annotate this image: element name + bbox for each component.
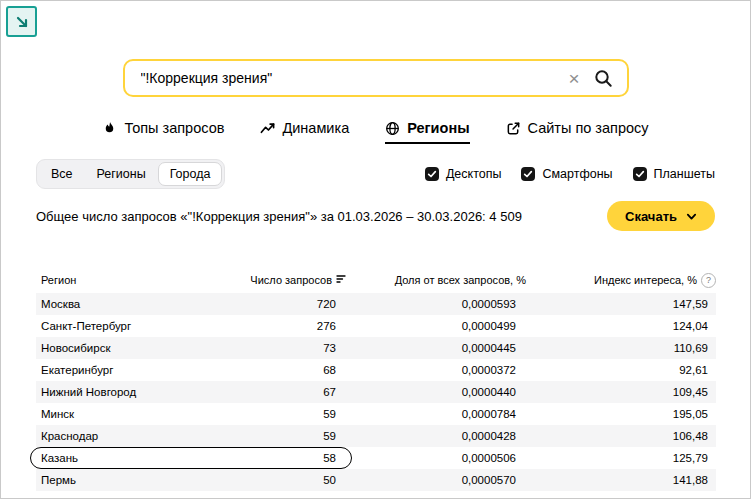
trend-up-icon: [260, 121, 275, 136]
table-row: Москва 720 0,0000593 147,59: [36, 293, 716, 315]
share-cell: 0,0000372: [346, 364, 526, 376]
search-input[interactable]: [139, 69, 569, 87]
header-index: Индекс интереса, %: [594, 274, 697, 286]
total-queries-summary: Общее число запросов «"!Коррекция зрения…: [36, 201, 522, 224]
checkbox-checked-icon: [425, 167, 439, 181]
tab-label: Динамика: [282, 120, 349, 136]
share-cell: 0,0000570: [346, 474, 526, 486]
download-button[interactable]: Скачать: [607, 201, 715, 231]
region-cell: Санкт-Петербург: [36, 320, 216, 332]
regions-table: Регион Число запросов Доля от всех запро…: [36, 269, 716, 491]
scope-option-cities[interactable]: Города: [158, 162, 223, 186]
index-cell: 141,88: [526, 474, 716, 486]
device-filters: Десктопы Смартфоны Планшеты: [425, 167, 715, 181]
table-row: Екатеринбург 68 0,0000372 92,61: [36, 359, 716, 381]
download-label: Скачать: [625, 209, 677, 224]
table-row: Краснодар 59 0,0000428 106,48: [36, 425, 716, 447]
count-cell: 67: [216, 386, 346, 398]
index-cell: 125,79: [526, 452, 716, 464]
filter-tablets[interactable]: Планшеты: [633, 167, 715, 181]
search-icon[interactable]: [594, 69, 613, 88]
table-row: Санкт-Петербург 276 0,0000499 124,04: [36, 315, 716, 337]
index-cell: 147,59: [526, 298, 716, 310]
tab-regions[interactable]: Регионы: [385, 120, 469, 144]
header-share: Доля от всех запросов, %: [395, 274, 526, 286]
index-cell: 124,04: [526, 320, 716, 332]
filter-label: Планшеты: [654, 167, 715, 181]
region-cell: Новосибирск: [36, 342, 216, 354]
count-cell: 59: [216, 430, 346, 442]
help-icon[interactable]: ?: [701, 273, 716, 288]
index-cell: 195,05: [526, 408, 716, 420]
count-cell: 59: [216, 408, 346, 420]
table-header-row: Регион Число запросов Доля от всех запро…: [36, 269, 716, 291]
table-row: Нижний Новгород 67 0,0000440 109,45: [36, 381, 716, 403]
count-cell: 68: [216, 364, 346, 376]
sort-icon[interactable]: [336, 274, 346, 286]
checkbox-checked-icon: [633, 167, 647, 181]
scope-option-all[interactable]: Все: [39, 162, 85, 186]
region-cell: Екатеринбург: [36, 364, 216, 376]
search-input-container: ×: [123, 59, 629, 97]
share-cell: 0,0000784: [346, 408, 526, 420]
count-cell: 73: [216, 342, 346, 354]
header-region: Регион: [36, 274, 216, 286]
share-cell: 0,0000428: [346, 430, 526, 442]
tabs-bar: Топы запросов Динамика Регионы Сайты по …: [1, 120, 750, 144]
filter-desktops[interactable]: Десктопы: [425, 167, 502, 181]
header-count: Число запросов: [250, 274, 332, 286]
globe-icon: [385, 121, 400, 136]
share-cell: 0,0000440: [346, 386, 526, 398]
flame-icon: [102, 121, 117, 136]
region-cell: Краснодар: [36, 430, 216, 442]
external-link-icon: [506, 121, 521, 136]
count-cell: 58: [216, 452, 346, 464]
tab-top-queries[interactable]: Топы запросов: [102, 120, 224, 144]
table-row: Минск 59 0,0000784 195,05: [36, 403, 716, 425]
tab-label: Сайты по запросу: [528, 120, 649, 136]
region-cell: Москва: [36, 298, 216, 310]
tab-label: Регионы: [407, 120, 469, 136]
filter-label: Десктопы: [446, 167, 502, 181]
wordstat-regions-page: × Топы запросов Динамика Регионы: [0, 0, 751, 499]
share-cell: 0,0000593: [346, 298, 526, 310]
tab-dynamics[interactable]: Динамика: [260, 120, 349, 144]
corner-arrow-icon: [6, 6, 37, 37]
index-cell: 92,61: [526, 364, 716, 376]
count-cell: 720: [216, 298, 346, 310]
index-cell: 109,45: [526, 386, 716, 398]
count-cell: 50: [216, 474, 346, 486]
checkbox-checked-icon: [521, 167, 535, 181]
filter-row: Все Регионы Города Десктопы Смартфоны: [36, 159, 715, 189]
scope-switcher: Все Регионы Города: [36, 159, 225, 189]
count-cell: 276: [216, 320, 346, 332]
share-cell: 0,0000499: [346, 320, 526, 332]
region-cell: Нижний Новгород: [36, 386, 216, 398]
tab-sites-by-query[interactable]: Сайты по запросу: [506, 120, 649, 144]
region-cell: Казань: [36, 452, 216, 464]
search-row: ×: [1, 59, 750, 97]
table-row-highlighted: Казань 58 0,0000506 125,79: [36, 447, 716, 469]
region-cell: Минск: [36, 408, 216, 420]
summary-row: Общее число запросов «"!Коррекция зрения…: [36, 201, 715, 231]
table-body: Москва 720 0,0000593 147,59 Санкт-Петерб…: [36, 293, 716, 491]
scope-option-regions[interactable]: Регионы: [85, 162, 158, 186]
region-cell: Пермь: [36, 474, 216, 486]
index-cell: 110,69: [526, 342, 716, 354]
share-cell: 0,0000506: [346, 452, 526, 464]
table-row: Новосибирск 73 0,0000445 110,69: [36, 337, 716, 359]
share-cell: 0,0000445: [346, 342, 526, 354]
table-row: Пермь 50 0,0000570 141,88: [36, 469, 716, 491]
filter-label: Смартфоны: [542, 167, 612, 181]
chevron-down-icon: [686, 211, 697, 222]
index-cell: 106,48: [526, 430, 716, 442]
filter-smartphones[interactable]: Смартфоны: [521, 167, 612, 181]
tab-label: Топы запросов: [124, 120, 224, 136]
clear-icon[interactable]: ×: [568, 69, 579, 88]
